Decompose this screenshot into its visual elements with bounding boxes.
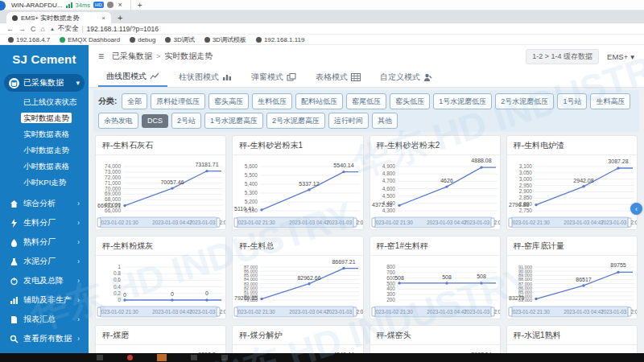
sidebar-item[interactable]: 辅助及非生产› xyxy=(4,291,85,309)
line-chart[interactable]: 74,00073,00072,00071,00070,00069,00068,0… xyxy=(96,155,226,230)
category-chip[interactable]: 生料低压 xyxy=(252,93,292,109)
bookmark-item[interactable]: 192.168.1.119 xyxy=(256,36,305,43)
collapse-panel-button[interactable]: ‹ xyxy=(630,203,642,215)
line-chart[interactable]: 3,1003,0503,0002,9502,9002,8502,8002,750… xyxy=(507,155,638,230)
line-chart[interactable]: 10.80.60.40.200002023-01-02 21:302023-01… xyxy=(96,256,226,319)
category-chip[interactable]: 窑尾低压 xyxy=(346,93,386,109)
category-chip[interactable]: 运行时间 xyxy=(328,113,369,129)
sidebar-item[interactable]: 已采集数据▾ xyxy=(4,74,85,92)
home-icon[interactable]: ⌂ xyxy=(41,25,45,33)
chevron-right-icon: › xyxy=(77,257,80,265)
chevron-right-icon: › xyxy=(77,335,80,343)
svg-text:89755: 89755 xyxy=(610,262,626,268)
mode-tab[interactable]: 弹窗模式 xyxy=(243,68,304,87)
category-chip[interactable]: 窑头低压 xyxy=(390,93,430,109)
chart-card: 秤-水泥1熟料18,0002023-01-02 21:302023-01-03 … xyxy=(506,325,638,353)
category-chip[interactable]: 原料处理低压 xyxy=(151,93,205,109)
line-chart[interactable]: 8007006005004003002005085085082023-01-02… xyxy=(370,256,501,319)
search-icon xyxy=(9,334,19,344)
sidebar-subitem[interactable]: 小时KPI走势 xyxy=(0,175,89,191)
hamburger-menu-icon[interactable]: ≡ xyxy=(98,51,104,62)
svg-text:3,050: 3,050 xyxy=(518,170,532,175)
sidebar-item[interactable]: 报表汇总› xyxy=(4,311,85,328)
breadcrumb-parent[interactable]: 已采集数据 xyxy=(112,51,152,62)
sidebar-subitem[interactable]: 实时数据表格 xyxy=(0,126,89,142)
chart-card-title: 秤-生料砂岩粉末2 xyxy=(370,136,500,155)
taskbar-icon[interactable] xyxy=(191,355,197,360)
chart-card-title: 秤-生料砂岩粉末1 xyxy=(233,136,362,155)
brand-logo: SJ Cement xyxy=(0,45,89,72)
svg-text:2796.88: 2796.88 xyxy=(509,202,529,208)
mode-tab[interactable]: 柱状图模式 xyxy=(171,68,240,87)
category-chip[interactable]: 2号水泥磨低压 xyxy=(495,93,554,109)
svg-text:2,950: 2,950 xyxy=(518,183,532,188)
sidebar-subitem[interactable]: 小时数据走势 xyxy=(0,142,89,158)
sidebar-item[interactable]: 熟料分厂› xyxy=(4,233,85,251)
tab-close-icon[interactable]: × xyxy=(101,14,105,22)
svg-text:2,850: 2,850 xyxy=(518,195,532,200)
line-chart[interactable]: 4,9004,8004,7004,6004,5004,4004,3004372.… xyxy=(370,155,501,230)
bookmark-item[interactable]: 3D调试 xyxy=(165,35,194,44)
browser-tab[interactable]: EMS+ 实时数据走势 × xyxy=(6,12,111,23)
category-chip[interactable]: 2号水泥磨高压 xyxy=(266,113,325,129)
lightning-icon xyxy=(9,218,19,228)
mode-tab[interactable]: 表格模式 xyxy=(308,68,369,87)
category-chip[interactable]: 窑头高压 xyxy=(208,93,249,109)
mode-tab[interactable]: 自定义模式 xyxy=(372,68,440,87)
taskbar-icon-red[interactable] xyxy=(127,355,133,360)
svg-text:5,400: 5,400 xyxy=(245,181,258,187)
sidebar-subitem[interactable]: 已上线仪表状态 xyxy=(0,94,89,110)
breadcrumb-current: 实时数据走势 xyxy=(164,51,213,62)
page-header: ≡ 已采集数据 > 实时数据走势 1-2 > 1-4 缓存数据 EMS+ ▾ xyxy=(89,45,644,68)
new-session-button[interactable]: + xyxy=(138,1,142,10)
bookmark-item[interactable]: EMQX Dashboard xyxy=(60,36,120,43)
reload-icon[interactable]: C xyxy=(31,25,36,33)
category-chip[interactable]: 1号水泥磨高压 xyxy=(204,113,263,129)
svg-text:1: 1 xyxy=(118,264,121,269)
mode-tab[interactable]: 曲线图模式 xyxy=(98,68,167,87)
taskbar-icon-orange[interactable] xyxy=(157,354,167,361)
new-tab-button[interactable]: + xyxy=(118,13,122,23)
sidebar-item[interactable]: 生料分厂› xyxy=(4,214,85,232)
line-chart[interactable]: 5,6005,5005,4005,3005,2005,1005110.41533… xyxy=(233,155,363,230)
chart-card: 秤-煤窑头2,7502667.042023-01-02 21:302023-01… xyxy=(369,325,501,353)
category-chip[interactable]: 1号水泥磨低压 xyxy=(433,93,492,109)
category-chip[interactable]: 1号站 xyxy=(557,93,587,109)
home-icon xyxy=(9,199,19,209)
remote-session-tab[interactable]: WIN-ARADFDU... 34ms HD × xyxy=(0,0,131,10)
user-menu[interactable]: EMS+ ▾ xyxy=(607,52,634,61)
sidebar-item[interactable]: 综合分析› xyxy=(4,195,85,212)
taskbar-icon[interactable] xyxy=(221,355,228,360)
category-chip[interactable]: 余热发电 xyxy=(98,113,138,129)
category-chip[interactable]: 生料高压 xyxy=(590,93,630,109)
category-chip[interactable]: 全部 xyxy=(122,93,147,109)
line-chart[interactable]: 87,00086,00085,00084,00083,00082,00081,0… xyxy=(233,256,363,319)
sidebar-item[interactable]: 查看所有数据› xyxy=(4,330,85,348)
category-chip[interactable]: 2号站 xyxy=(171,113,201,129)
sidebar-item[interactable]: 发电及总降› xyxy=(4,272,85,290)
forward-icon[interactable]: → xyxy=(19,25,26,33)
url-field[interactable]: ▲ 不安全 | 192.168.1.119/?p=1016 xyxy=(50,24,159,34)
sidebar-subitem[interactable]: 实时数据走势 xyxy=(0,110,89,126)
line-chart[interactable]: 18,0002023-01-02 21:302023-01-03 04:4720… xyxy=(507,345,638,353)
chevron-right-icon: › xyxy=(77,315,80,323)
taskbar-icon[interactable] xyxy=(97,355,103,360)
line-chart[interactable]: 7,0006862.82023-01-02 21:302023-01-03 04… xyxy=(96,345,226,353)
sidebar-item[interactable]: 水泥分厂› xyxy=(4,253,85,270)
category-chip[interactable]: 配料站低压 xyxy=(295,93,343,109)
sidebar-subitem[interactable]: 小时数据表格 xyxy=(0,158,89,175)
line-chart[interactable]: 4,6004546.442023-01-02 21:302023-01-03 0… xyxy=(233,345,363,353)
os-taskbar[interactable] xyxy=(0,353,644,362)
bookmark-item[interactable]: debug xyxy=(130,36,155,43)
back-icon[interactable]: ← xyxy=(6,25,14,33)
category-chip[interactable]: 其他 xyxy=(372,113,398,129)
line-chart[interactable]: 91,00090,00089,00088,00087,00086,00085,0… xyxy=(507,256,638,319)
category-chip[interactable]: DCS xyxy=(142,114,168,128)
cache-data-button[interactable]: 1-2 > 1-4 缓存数据 xyxy=(526,49,599,64)
close-session-icon[interactable]: × xyxy=(117,1,124,9)
line-chart[interactable]: 2,7502667.042023-01-02 21:302023-01-03 0… xyxy=(370,345,501,353)
mode-tab-label: 弹窗模式 xyxy=(251,72,283,83)
bookmark-item[interactable]: 3D调试模板 xyxy=(204,35,246,44)
sidebar-item-label: 发电及总降 xyxy=(23,275,64,286)
bookmark-item[interactable]: 192.168.4.7 xyxy=(8,36,50,43)
